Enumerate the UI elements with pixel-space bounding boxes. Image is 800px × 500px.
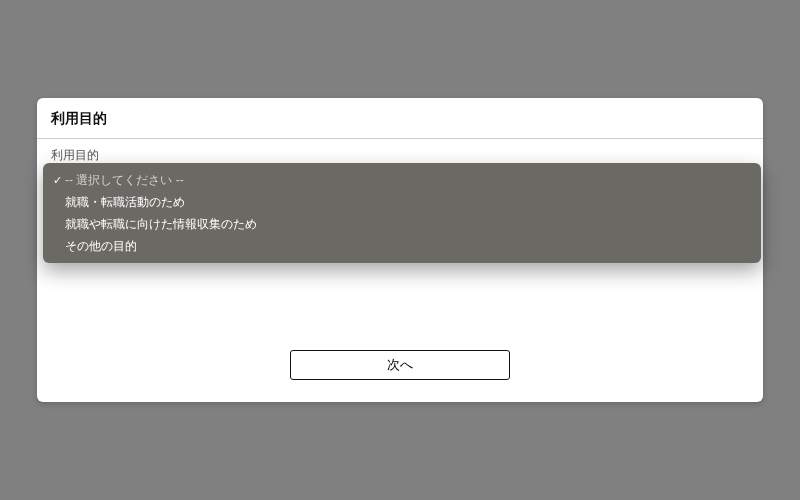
form-area: 利用目的 ✓ -- 選択してください -- 就職・転職活動のため 就職や転職に向… — [37, 139, 763, 195]
next-button-label: 次へ — [387, 356, 413, 374]
purpose-dropdown: ✓ -- 選択してください -- 就職・転職活動のため 就職や転職に向けた情報収… — [43, 163, 761, 263]
dropdown-option-placeholder[interactable]: ✓ -- 選択してください -- — [43, 169, 761, 191]
dropdown-option-label: 就職や転職に向けた情報収集のため — [65, 216, 257, 233]
card-footer: 次へ — [37, 350, 763, 402]
dropdown-option[interactable]: 就職・転職活動のため — [43, 191, 761, 213]
next-button[interactable]: 次へ — [290, 350, 510, 380]
dropdown-option-label: その他の目的 — [65, 238, 137, 255]
dropdown-option-label: -- 選択してください -- — [65, 172, 184, 189]
dropdown-option[interactable]: 就職や転職に向けた情報収集のため — [43, 213, 761, 235]
card-title: 利用目的 — [51, 110, 749, 128]
dropdown-option[interactable]: その他の目的 — [43, 235, 761, 257]
card-header: 利用目的 — [37, 98, 763, 139]
purpose-card: 利用目的 利用目的 ✓ -- 選択してください -- 就職・転職活動のため 就職… — [37, 98, 763, 402]
field-label-purpose: 利用目的 — [51, 147, 749, 164]
check-icon: ✓ — [49, 174, 65, 187]
dropdown-option-label: 就職・転職活動のため — [65, 194, 185, 211]
